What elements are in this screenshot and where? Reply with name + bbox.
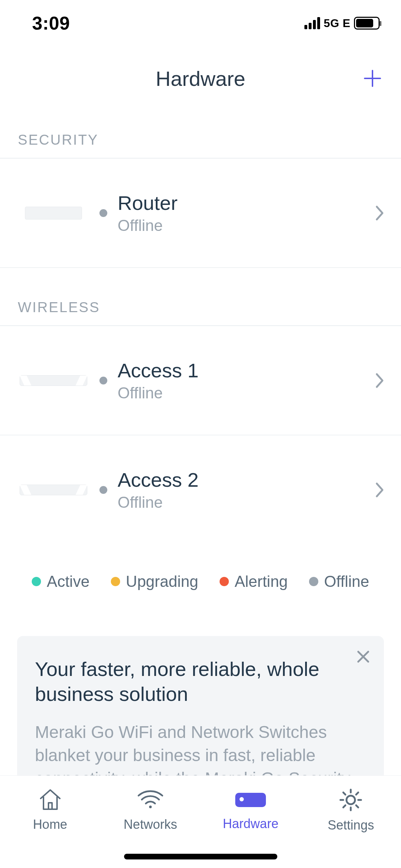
- legend-item-upgrading: Upgrading: [111, 573, 198, 590]
- section-header-security: SECURITY: [0, 110, 401, 159]
- device-row-access-1[interactable]: Access 1 Offline: [0, 326, 401, 435]
- status-dot-offline-icon: [99, 377, 107, 384]
- device-thumbnail: [18, 375, 89, 386]
- chevron-right-icon: [372, 373, 387, 388]
- tab-label: Networks: [124, 817, 177, 832]
- legend-item-active: Active: [32, 573, 89, 590]
- device-thumbnail: [18, 207, 89, 219]
- svg-point-1: [346, 796, 355, 804]
- home-indicator[interactable]: [124, 854, 277, 859]
- tab-label: Hardware: [223, 816, 278, 831]
- device-status: Offline: [118, 494, 372, 511]
- legend-dot-offline-icon: [309, 577, 318, 586]
- status-dot-offline-icon: [99, 209, 107, 217]
- legend-dot-active-icon: [32, 577, 41, 586]
- battery-icon: [354, 17, 380, 30]
- page-header: Hardware: [0, 46, 401, 110]
- gear-icon: [338, 787, 364, 813]
- device-status: Offline: [118, 217, 372, 234]
- device-name: Access 2: [118, 468, 372, 491]
- chevron-right-icon: [372, 483, 387, 497]
- access-point-icon: [20, 485, 87, 495]
- hardware-icon: [235, 793, 266, 807]
- status-right: 5G E: [304, 17, 380, 30]
- promo-close-button[interactable]: [355, 648, 372, 665]
- device-name: Access 1: [118, 359, 372, 382]
- status-time: 3:09: [32, 12, 70, 34]
- device-name: Router: [118, 191, 372, 215]
- section-header-wireless: WIRELESS: [0, 268, 401, 326]
- network-type-label: 5G E: [324, 17, 350, 30]
- legend-item-offline: Offline: [309, 573, 369, 590]
- wifi-icon: [137, 787, 164, 812]
- legend-item-alerting: Alerting: [220, 573, 288, 590]
- close-icon: [357, 650, 370, 663]
- add-button[interactable]: [361, 67, 384, 90]
- legend-dot-upgrading-icon: [111, 577, 120, 586]
- tab-home[interactable]: Home: [0, 776, 100, 868]
- promo-title: Your faster, more reliable, whole busine…: [35, 657, 366, 707]
- page-title: Hardware: [156, 67, 245, 91]
- device-row-router[interactable]: Router Offline: [0, 159, 401, 268]
- status-bar: 3:09 5G E: [0, 0, 401, 46]
- legend-label: Upgrading: [126, 573, 198, 590]
- access-point-icon: [20, 375, 87, 386]
- tab-bar: Home Networks Hardware Settings: [0, 775, 401, 868]
- svg-point-0: [149, 806, 151, 808]
- status-legend: Active Upgrading Alerting Offline: [0, 544, 401, 608]
- device-thumbnail: [18, 485, 89, 495]
- legend-dot-alerting-icon: [220, 577, 229, 586]
- tab-label: Home: [33, 817, 67, 832]
- tab-settings[interactable]: Settings: [301, 776, 401, 868]
- home-icon: [38, 787, 63, 812]
- plus-icon: [363, 69, 382, 88]
- signal-icon: [304, 17, 320, 29]
- chevron-right-icon: [372, 206, 387, 220]
- legend-label: Offline: [324, 573, 369, 590]
- legend-label: Active: [47, 573, 89, 590]
- legend-label: Alerting: [235, 573, 288, 590]
- status-dot-offline-icon: [99, 486, 107, 494]
- router-icon: [25, 207, 82, 219]
- device-status: Offline: [118, 384, 372, 402]
- device-row-access-2[interactable]: Access 2 Offline: [0, 435, 401, 544]
- tab-label: Settings: [328, 818, 374, 833]
